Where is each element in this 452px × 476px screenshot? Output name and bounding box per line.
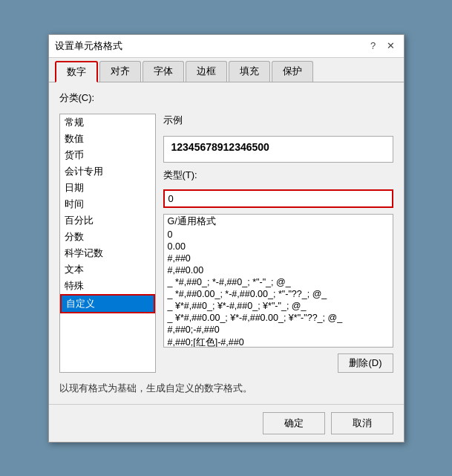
list-item-text[interactable]: 文本 [60,261,155,278]
tab-bar: 数字 对齐 字体 边框 填充 保护 [49,58,404,82]
list-item-special[interactable]: 特殊 [60,278,155,294]
format-item[interactable]: #,##0;[红色]-#,##0 [164,336,393,348]
format-item[interactable]: #,##0 [164,252,393,264]
title-bar-controls: ? ✕ [367,39,398,53]
list-item-number[interactable]: 数值 [60,131,155,147]
list-item-time[interactable]: 时间 [60,196,155,212]
format-item[interactable]: _ *#,##0_; *-#,##0_; *"-"_; @_ [164,276,393,288]
tab-number[interactable]: 数字 [55,61,98,82]
format-item[interactable]: _ ¥*#,##0_; ¥*-#,##0_; ¥*"-"_; @_ [164,300,393,312]
description: 以现有格式为基础，生成自定义的数字格式。 [59,379,393,395]
dialog-footer: 确定 取消 [49,404,404,442]
delete-row: 删除(D) [163,353,393,373]
help-button[interactable]: ? [367,39,380,53]
title-bar: 设置单元格格式 ? ✕ [49,35,404,58]
list-item-percent[interactable]: 百分比 [60,212,155,229]
delete-button[interactable]: 删除(D) [338,353,393,373]
format-item[interactable]: #,##0;-#,##0 [164,324,393,336]
dialog: 设置单元格格式 ? ✕ 数字 对齐 字体 边框 填充 保护 分类(C): 常规 … [48,34,404,443]
dialog-content: 分类(C): 常规 数值 货币 会计专用 日期 时间 百分比 分数 科学记数 文… [49,82,404,404]
example-value: 12345678912346500 [171,141,269,153]
tab-protect[interactable]: 保护 [272,61,313,82]
dialog-title: 设置单元格格式 [55,39,122,53]
format-item[interactable]: #,##0.00 [164,264,393,276]
category-listbox[interactable]: 常规 数值 货币 会计专用 日期 时间 百分比 分数 科学记数 文本 特殊 自定… [59,114,156,373]
example-label: 示例 [163,114,393,127]
list-item-date[interactable]: 日期 [60,180,155,196]
cancel-button[interactable]: 取消 [331,412,393,434]
right-panel: 示例 12345678912346500 类型(T): G/通用格式 0 0.0… [163,114,393,373]
type-input[interactable] [163,189,393,208]
category-label: 分类(C): [59,91,393,105]
tab-font[interactable]: 字体 [143,61,184,82]
format-listbox[interactable]: G/通用格式 0 0.00 #,##0 #,##0.00 _ *#,##0_; … [163,214,393,348]
confirm-button[interactable]: 确定 [263,412,325,434]
list-item-currency[interactable]: 货币 [60,147,155,163]
format-item[interactable]: _ ¥*#,##0.00_; ¥*-#,##0.00_; ¥*"-"??_; @… [164,312,393,324]
list-item-accounting[interactable]: 会计专用 [60,163,155,180]
list-item-general[interactable]: 常规 [60,114,155,131]
close-button[interactable]: ✕ [384,39,398,53]
example-box: 12345678912346500 [163,136,393,163]
list-item-fraction[interactable]: 分数 [60,229,155,245]
list-item-scientific[interactable]: 科学记数 [60,245,155,261]
tab-border[interactable]: 边框 [186,61,227,82]
tab-fill[interactable]: 填充 [229,61,270,82]
format-item[interactable]: G/通用格式 [164,215,393,229]
left-panel: 常规 数值 货币 会计专用 日期 时间 百分比 分数 科学记数 文本 特殊 自定… [59,114,156,373]
main-row: 常规 数值 货币 会计专用 日期 时间 百分比 分数 科学记数 文本 特殊 自定… [59,114,393,373]
tab-align[interactable]: 对齐 [99,61,141,82]
list-item-custom[interactable]: 自定义 [60,294,155,313]
format-item[interactable]: 0.00 [164,241,393,252]
type-label: 类型(T): [163,169,393,182]
format-item[interactable]: 0 [164,229,393,241]
format-item[interactable]: _ *#,##0.00_; *-#,##0.00_; *"-"??_; @_ [164,288,393,300]
